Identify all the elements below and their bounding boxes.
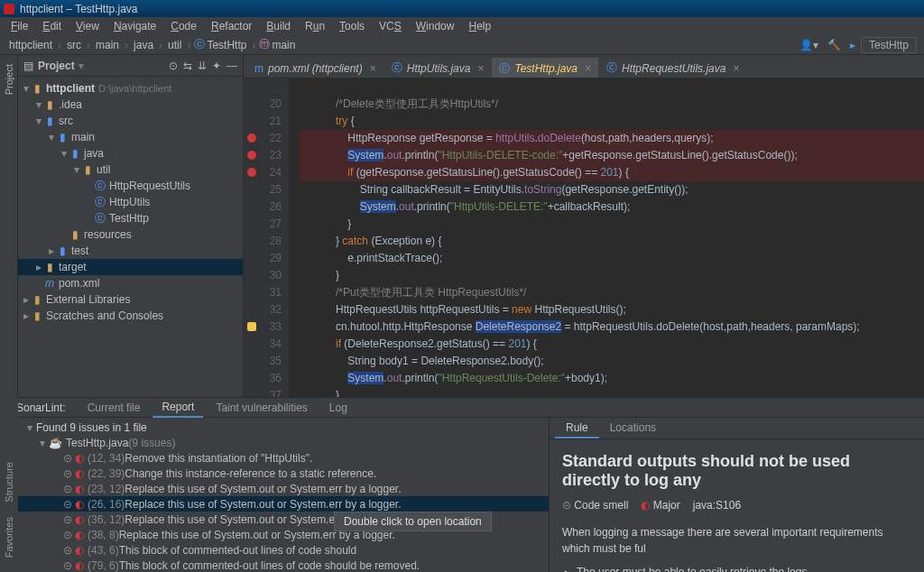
- close-icon[interactable]: ×: [585, 62, 591, 75]
- sonar-tabs: SonarLint:Current fileReportTaint vulner…: [0, 398, 924, 418]
- menu-navigate[interactable]: Navigate: [106, 18, 163, 34]
- breadcrumb[interactable]: httpclient: [7, 39, 54, 51]
- gear-icon[interactable]: ✦: [212, 60, 221, 72]
- tree-root[interactable]: ▾▮httpclientD:\java\httpclient: [18, 80, 243, 97]
- menu-build[interactable]: Build: [259, 18, 298, 34]
- menu-code[interactable]: Code: [163, 18, 204, 34]
- code-area[interactable]: 20212223242526272829303132333435363738 /…: [244, 78, 924, 397]
- sonar-tab[interactable]: Taint vulnerabilities: [207, 399, 316, 417]
- code-line[interactable]: System.out.println("HttpRequestUtils-Del…: [300, 370, 924, 387]
- breadcrumb[interactable]: java: [132, 39, 155, 51]
- project-tool-icon: ▤: [23, 60, 33, 72]
- tree-node[interactable]: ▸▮target: [18, 259, 243, 275]
- issue-row[interactable]: ⊝◐(22, 39) Change this instance-referenc…: [18, 466, 549, 481]
- rule-tab[interactable]: Locations: [599, 418, 667, 438]
- code-line[interactable]: HttpRequestUtils httpRequestUtils = new …: [300, 301, 924, 318]
- code-line[interactable]: /*Put类型使用工具类 HttpRequestUtils*/: [300, 284, 924, 301]
- app-icon: [4, 4, 14, 14]
- menu-help[interactable]: Help: [461, 18, 498, 34]
- issue-row[interactable]: ⊝◐(23, 12) Replace this use of System.ou…: [18, 481, 549, 496]
- tree-node[interactable]: ▾▮java: [18, 145, 243, 161]
- locate-icon[interactable]: ⊙: [169, 60, 178, 72]
- editor-tab[interactable]: ⓒHttpUtils.java×: [384, 58, 492, 78]
- close-icon[interactable]: ×: [733, 62, 739, 75]
- tree-node[interactable]: mpom.xml: [18, 275, 243, 291]
- menu-edit[interactable]: Edit: [35, 18, 69, 34]
- breadcrumb[interactable]: src: [65, 39, 83, 51]
- expand-icon[interactable]: ⇆: [183, 60, 192, 72]
- breakpoint-icon[interactable]: [247, 134, 256, 143]
- code-smell-icon: ⊝: [562, 499, 571, 512]
- menu-window[interactable]: Window: [409, 18, 462, 34]
- breakpoint-icon[interactable]: [247, 151, 256, 160]
- editor-tab[interactable]: ⓒTestHttp.java×: [492, 58, 598, 78]
- run-icon: ▸: [850, 39, 855, 51]
- breakpoint-icon[interactable]: [247, 168, 256, 177]
- menu-vcs[interactable]: VCS: [372, 18, 409, 34]
- tree-node[interactable]: ▮resources: [18, 226, 243, 243]
- tree-node[interactable]: ▾▮.idea: [18, 97, 243, 113]
- code-line[interactable]: cn.hutool.http.HttpResponse DeleteRespon…: [300, 318, 924, 336]
- menu-file[interactable]: File: [4, 18, 35, 34]
- code-line[interactable]: System.out.println("HttpUtils-DELETE:"+c…: [300, 198, 924, 216]
- tree-node[interactable]: ⓒHttpRequestUtils: [18, 178, 243, 194]
- menu-tools[interactable]: Tools: [332, 18, 372, 34]
- sonar-tab[interactable]: Report: [152, 398, 203, 418]
- gutter[interactable]: 20212223242526272829303132333435363738: [244, 78, 289, 397]
- menu-view[interactable]: View: [69, 18, 106, 34]
- close-icon[interactable]: ×: [477, 62, 484, 75]
- sonar-tab[interactable]: Log: [320, 399, 356, 417]
- code-line[interactable]: }: [300, 387, 924, 397]
- code-line[interactable]: String callbackResult = EntityUtils.toSt…: [300, 181, 924, 198]
- code-line[interactable]: } catch (Exception e) {: [300, 233, 924, 250]
- code-body[interactable]: /*Delete类型使用工具类HttpUtils*/ try { HttpRes…: [289, 78, 924, 397]
- code-line[interactable]: String body1 = DeleteResponse2.body();: [300, 353, 924, 370]
- issue-row[interactable]: ⊝◐(79, 6) This block of commented-out li…: [18, 558, 549, 572]
- tree-node[interactable]: ▾▮main: [18, 129, 243, 145]
- sonar-tab[interactable]: Current file: [79, 399, 150, 417]
- breadcrumb[interactable]: util: [166, 39, 183, 51]
- editor-tab[interactable]: mpom.xml (httpclient)×: [247, 58, 383, 78]
- code-line[interactable]: HttpResponse getResponse = httpUtils.doD…: [300, 130, 924, 147]
- tree-node[interactable]: ▾▮util: [18, 161, 243, 178]
- project-tool-label[interactable]: Project: [4, 59, 14, 100]
- breadcrumb[interactable]: main: [270, 39, 297, 51]
- issue-row[interactable]: ⊝◐(26, 16) Replace this use of System.ou…: [18, 496, 549, 512]
- collapse-icon[interactable]: ⇊: [198, 60, 207, 72]
- build-icon[interactable]: 🔨: [827, 39, 841, 51]
- issue-row[interactable]: ⊝◐(12, 34) Remove this instantiation of …: [18, 450, 549, 466]
- code-line[interactable]: e.printStackTrace();: [300, 250, 924, 267]
- issue-file[interactable]: ▾☕TestHttp.java (9 issues): [18, 435, 549, 450]
- rule-tab[interactable]: Rule: [555, 418, 599, 438]
- code-line[interactable]: [300, 78, 924, 96]
- chevron-down-icon[interactable]: ▾: [79, 60, 84, 72]
- tree-node[interactable]: ⓒHttpUtils: [18, 194, 243, 210]
- editor-tab[interactable]: ⓒHttpRequestUtils.java×: [599, 58, 746, 78]
- favorites-tool-label[interactable]: Favorites: [4, 510, 14, 565]
- tree-node[interactable]: ▸▮test: [18, 243, 243, 259]
- menu-run[interactable]: Run: [298, 18, 332, 34]
- code-line[interactable]: }: [300, 216, 924, 233]
- tree-node[interactable]: ▾▮src: [18, 113, 243, 129]
- structure-tool-label[interactable]: Structure: [4, 455, 14, 510]
- code-line[interactable]: System.out.println("HttpUtils-DELETE-cod…: [300, 147, 924, 164]
- close-icon[interactable]: ×: [370, 62, 376, 75]
- code-line[interactable]: }: [300, 267, 924, 284]
- breadcrumb[interactable]: main: [94, 39, 121, 51]
- menu-bar[interactable]: FileEditViewNavigateCodeRefactorBuildRun…: [0, 17, 924, 35]
- user-icon[interactable]: 👤▾: [799, 39, 818, 51]
- breadcrumb[interactable]: TestHttp: [205, 39, 248, 51]
- intention-bulb-icon[interactable]: [247, 322, 256, 331]
- issue-row[interactable]: ⊝◐(43, 6) This block of commented-out li…: [18, 542, 549, 558]
- code-line[interactable]: if (DeleteResponse2.getStatus() == 201) …: [300, 336, 924, 353]
- code-line[interactable]: try {: [300, 113, 924, 130]
- menu-refactor[interactable]: Refactor: [204, 18, 259, 34]
- tree-node[interactable]: ▸▮Scratches and Consoles: [18, 308, 243, 324]
- run-config-selector[interactable]: ▸ TestHttp: [850, 37, 917, 53]
- tree-node[interactable]: ⓒTestHttp: [18, 210, 243, 226]
- code-line[interactable]: if (getResponse.getStatusLine().getStatu…: [300, 164, 924, 181]
- code-line[interactable]: /*Delete类型使用工具类HttpUtils*/: [300, 96, 924, 113]
- project-pane: ▤ Project ▾ ⊙ ⇆ ⇊ ✦ — ▾▮httpclientD:\jav…: [18, 55, 244, 397]
- tree-node[interactable]: ▸▮External Libraries: [18, 291, 243, 308]
- hide-icon[interactable]: —: [226, 60, 237, 72]
